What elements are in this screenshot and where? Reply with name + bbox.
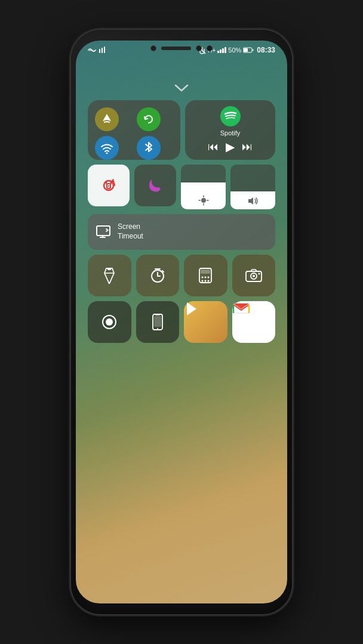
timer-icon — [150, 268, 165, 283]
control-panel: Spotify ⏮ ▶ ⏭ — [88, 100, 275, 586]
svg-rect-1 — [101, 48, 103, 53]
svg-point-38 — [258, 273, 260, 275]
selfie-camera-dot — [196, 45, 202, 51]
phone-frame: H+ 50% 08:33 — [71, 30, 292, 614]
wifi-icon — [100, 142, 113, 154]
row-screen-timeout: Screen Timeout — [88, 214, 275, 250]
camera-area — [150, 45, 213, 51]
battery-icon — [243, 47, 254, 53]
svg-line-26 — [162, 271, 164, 272]
gmail-button[interactable] — [232, 301, 276, 343]
screen-timeout-text: Screen Timeout — [118, 222, 143, 241]
volume-icon — [247, 196, 259, 206]
svg-point-32 — [202, 280, 204, 282]
svg-point-29 — [202, 277, 204, 278]
flashlight-icon — [102, 267, 116, 284]
brightness-icon — [198, 195, 209, 206]
svg-rect-5 — [244, 48, 248, 52]
battery-percentage: 50% — [228, 47, 241, 54]
row-toggles-sliders — [88, 165, 275, 209]
play-pause-button[interactable]: ▶ — [226, 140, 235, 154]
wifi-toggle-button[interactable] — [95, 136, 119, 160]
bluetooth-icon — [143, 141, 154, 154]
chevron-down-icon[interactable] — [173, 82, 190, 96]
screen-record-icon — [101, 314, 117, 330]
svg-rect-21 — [107, 268, 111, 270]
google-play-icon — [184, 301, 199, 317]
gmail-icon — [232, 301, 250, 315]
lock-rotation-icon — [101, 178, 116, 193]
svg-point-7 — [106, 153, 108, 154]
speaker-grill — [161, 47, 191, 50]
network-controls-block — [88, 100, 180, 160]
screen-timeout-button[interactable]: Screen Timeout — [88, 214, 275, 250]
svg-rect-6 — [253, 49, 254, 51]
svg-point-8 — [220, 106, 241, 126]
airplane-mode-button[interactable] — [95, 107, 119, 131]
app-shortcuts-row1 — [88, 255, 275, 296]
sensor-dot — [207, 45, 213, 51]
svg-rect-0 — [99, 49, 100, 53]
svg-point-31 — [208, 277, 210, 278]
rotation-icon — [142, 113, 155, 126]
svg-point-33 — [205, 280, 207, 282]
phone-screen: H+ 50% 08:33 — [76, 41, 287, 603]
bluetooth-toggle-button[interactable] — [137, 136, 161, 160]
phone-screen-button[interactable] — [136, 301, 180, 343]
calculator-icon — [198, 268, 213, 283]
next-track-button[interactable]: ⏭ — [242, 141, 253, 153]
spotify-block[interactable]: Spotify ⏮ ▶ ⏭ — [185, 100, 275, 160]
svg-rect-28 — [201, 270, 210, 274]
screen-timeout-icon — [96, 225, 113, 239]
app-shortcuts-row2 — [88, 301, 275, 343]
signal-bars — [217, 47, 226, 53]
camera-button[interactable] — [232, 255, 276, 296]
prev-track-button[interactable]: ⏮ — [208, 141, 219, 153]
svg-rect-2 — [104, 47, 105, 53]
svg-point-37 — [253, 275, 255, 277]
spotify-logo-icon — [220, 106, 241, 126]
airplane-icon — [100, 113, 113, 126]
svg-point-30 — [205, 277, 207, 278]
svg-point-40 — [106, 318, 113, 326]
spotify-media-controls: ⏮ ▶ ⏭ — [208, 140, 253, 154]
camera-icon — [245, 269, 262, 282]
screen-rotation-lock-button[interactable] — [88, 165, 130, 206]
moon-icon — [147, 178, 163, 193]
phone-screen-icon — [152, 314, 163, 330]
status-left-icons — [88, 47, 106, 54]
svg-point-11 — [108, 185, 109, 187]
dark-mode-button[interactable] — [134, 165, 176, 206]
chevron-svg — [173, 83, 190, 93]
svg-point-43 — [157, 328, 158, 329]
svg-point-34 — [208, 280, 210, 282]
spotify-label: Spotify — [220, 129, 241, 137]
google-play-button[interactable] — [184, 301, 227, 343]
screen-timeout-label-line2: Timeout — [118, 232, 143, 242]
svg-marker-45 — [187, 302, 196, 315]
svg-point-12 — [201, 198, 206, 203]
calculator-button[interactable] — [184, 255, 227, 296]
screen-record-button[interactable] — [88, 301, 131, 343]
wifi-status-icon — [99, 47, 106, 54]
signal-wave-icon — [88, 47, 96, 54]
front-camera-dot — [150, 45, 156, 51]
flashlight-button[interactable] — [88, 255, 131, 296]
brightness-slider[interactable] — [181, 165, 226, 209]
row-network-spotify: Spotify ⏮ ▶ ⏭ — [88, 100, 275, 160]
svg-rect-42 — [154, 316, 161, 327]
volume-slider[interactable] — [230, 165, 275, 209]
screen-timeout-label-line1: Screen — [118, 222, 143, 232]
svg-marker-19 — [104, 268, 114, 284]
time-display: 08:33 — [257, 46, 275, 54]
rotation-lock-button[interactable] — [137, 107, 161, 131]
timer-button[interactable] — [136, 255, 180, 296]
